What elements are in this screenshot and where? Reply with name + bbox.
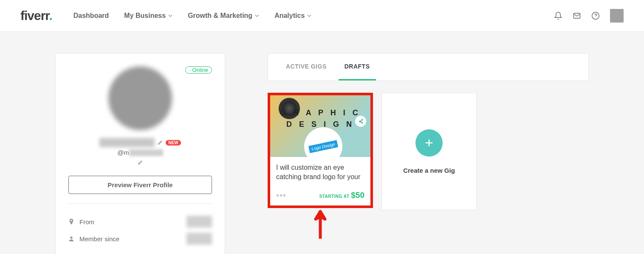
- mail-icon[interactable]: [573, 11, 581, 20]
- member-since-value-redacted: [186, 233, 212, 245]
- member-since-row: Member since: [68, 230, 212, 247]
- logo-text: fiverr: [20, 9, 49, 23]
- new-badge: NEW: [166, 140, 181, 146]
- price-container: STARTING AT$50: [319, 191, 364, 200]
- from-value-redacted: [186, 216, 212, 228]
- edit-handle-row: [137, 160, 143, 167]
- handle-redacted: [129, 149, 163, 156]
- logo-badge-graphic: Logo Design: [304, 127, 342, 157]
- user-avatar[interactable]: [610, 9, 624, 23]
- tab-drafts[interactable]: DRAFTS: [339, 54, 376, 80]
- draft-gig-card[interactable]: G R A P H I C D E S I G N Logo Design I …: [268, 93, 373, 208]
- edit-name-icon[interactable]: [157, 140, 163, 146]
- create-new-gig-card[interactable]: + Create a new Gig: [381, 93, 477, 210]
- chevron-down-icon: [255, 14, 259, 18]
- header-right: [554, 9, 624, 23]
- gig-price: $50: [351, 191, 364, 200]
- gig-menu-button[interactable]: •••: [276, 191, 286, 200]
- nav-my-business-label: My Business: [124, 12, 166, 20]
- nav-growth-marketing[interactable]: Growth & Marketing: [188, 12, 259, 20]
- from-label: From: [79, 218, 94, 225]
- create-new-gig-label: Create a new Gig: [403, 167, 455, 174]
- logo[interactable]: fiverr.: [20, 9, 52, 23]
- profile-name-row: NEW: [99, 138, 181, 147]
- location-icon: [68, 219, 74, 225]
- chevron-down-icon: [307, 14, 311, 18]
- nav-dashboard[interactable]: Dashboard: [73, 12, 109, 20]
- bell-icon[interactable]: [554, 11, 562, 20]
- gig-card-wrapper: G R A P H I C D E S I G N Logo Design I …: [268, 93, 373, 240]
- online-status-badge: · Online: [185, 66, 212, 74]
- gig-footer: ••• STARTING AT$50: [270, 186, 370, 205]
- share-icon: [358, 119, 364, 124]
- nav-analytics-label: Analytics: [274, 12, 305, 20]
- gigs-grid: G R A P H I C D E S I G N Logo Design I …: [268, 93, 589, 240]
- share-button[interactable]: [355, 116, 366, 127]
- help-icon[interactable]: [591, 11, 600, 20]
- nav-growth-label: Growth & Marketing: [188, 12, 252, 20]
- profile-avatar[interactable]: [108, 66, 172, 130]
- logo-badge-text: Logo Design: [308, 140, 338, 153]
- tab-active-gigs[interactable]: ACTIVE GIGS: [280, 54, 333, 80]
- preview-profile-button[interactable]: Preview Fiverr Profile: [68, 176, 212, 194]
- logo-dot: .: [49, 9, 52, 23]
- from-row: From: [68, 213, 212, 230]
- user-icon: [68, 236, 74, 242]
- gigs-section: ACTIVE GIGS DRAFTS G R A P H I C D E S I…: [268, 53, 589, 240]
- gig-title: I will customize an eye catching brand l…: [276, 163, 364, 182]
- arrow-up-icon: [313, 210, 328, 240]
- member-since-label: Member since: [79, 235, 119, 243]
- edit-handle-icon[interactable]: [137, 160, 143, 166]
- annotation-arrow: [268, 210, 373, 240]
- profile-handle: @m: [117, 149, 163, 156]
- nav-analytics[interactable]: Analytics: [274, 12, 311, 20]
- starting-at-label: STARTING AT: [319, 194, 349, 199]
- nav-dashboard-label: Dashboard: [73, 12, 109, 20]
- gig-thumbnail: G R A P H I C D E S I G N Logo Design: [270, 95, 370, 157]
- chevron-down-icon: [168, 14, 172, 18]
- main-nav: Dashboard My Business Growth & Marketing…: [73, 12, 312, 20]
- profile-card: · Online NEW @m Preview Fiverr Profile F…: [55, 53, 225, 254]
- plus-icon: +: [415, 129, 443, 157]
- thumb-line1: G R A P H I C: [270, 107, 370, 119]
- gigs-tabs: ACTIVE GIGS DRAFTS: [268, 53, 589, 81]
- gig-body: I will customize an eye catching brand l…: [270, 157, 370, 186]
- main-content: · Online NEW @m Preview Fiverr Profile F…: [0, 32, 644, 254]
- nav-my-business[interactable]: My Business: [124, 12, 172, 20]
- divider: [68, 203, 212, 204]
- handle-prefix: @m: [117, 149, 129, 156]
- header: fiverr. Dashboard My Business Growth & M…: [0, 0, 644, 32]
- profile-name-redacted: [99, 138, 155, 147]
